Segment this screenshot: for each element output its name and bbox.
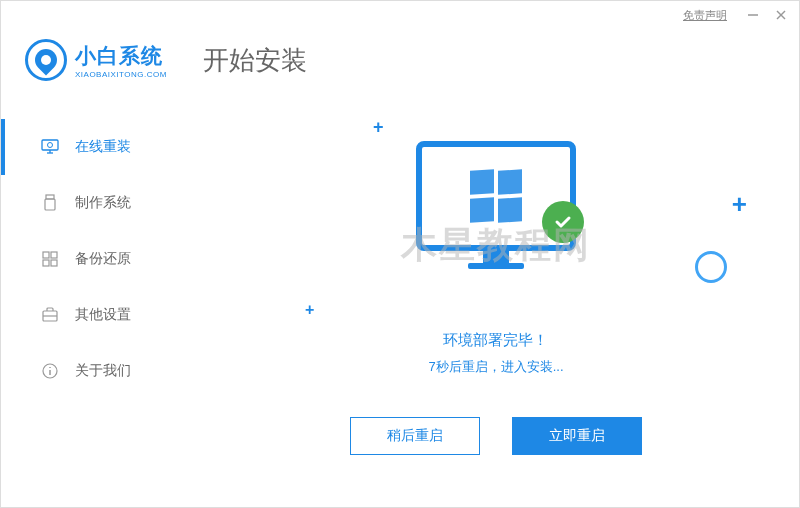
status-block: 环境部署完毕！ 7秒后重启，进入安装... <box>428 331 563 376</box>
titlebar: 免责声明 <box>1 1 799 29</box>
svg-rect-11 <box>43 260 49 266</box>
page-title: 开始安装 <box>203 43 307 78</box>
plus-decoration-icon: + <box>373 117 384 138</box>
usb-icon <box>41 194 59 212</box>
minimize-button[interactable] <box>743 5 763 25</box>
logo-subtitle: XIAOBAIXITONG.COM <box>75 70 167 79</box>
sidebar-item-settings[interactable]: 其他设置 <box>1 287 193 343</box>
sidebar: 在线重装 制作系统 备份还原 其他设置 <box>1 101 193 507</box>
sidebar-item-label: 在线重装 <box>75 138 131 156</box>
sidebar-item-label: 备份还原 <box>75 250 131 268</box>
sidebar-item-backup[interactable]: 备份还原 <box>1 231 193 287</box>
sidebar-item-reinstall[interactable]: 在线重装 <box>1 119 193 175</box>
grid-icon <box>41 250 59 268</box>
svg-rect-10 <box>51 252 57 258</box>
close-button[interactable] <box>771 5 791 25</box>
main-content: + + + 木星教程网 <box>193 101 799 507</box>
status-countdown: 7秒后重启，进入安装... <box>428 358 563 376</box>
sidebar-item-label: 其他设置 <box>75 306 131 324</box>
sidebar-item-make-system[interactable]: 制作系统 <box>1 175 193 231</box>
logo: 小白系统 XIAOBAIXITONG.COM <box>25 39 167 81</box>
status-text: 环境部署完毕！ <box>428 331 563 350</box>
app-window: 免责声明 小白系统 XIAOBAIXITONG.COM 开始安装 在线重装 <box>0 0 800 508</box>
windows-flag-icon <box>470 170 522 222</box>
logo-title: 小白系统 <box>75 42 167 70</box>
svg-rect-9 <box>43 252 49 258</box>
svg-rect-12 <box>51 260 57 266</box>
restart-later-button[interactable]: 稍后重启 <box>350 417 480 455</box>
monitor-reinstall-icon <box>41 138 59 156</box>
body: 在线重装 制作系统 备份还原 其他设置 <box>1 101 799 507</box>
info-icon <box>41 362 59 380</box>
minimize-icon <box>747 9 759 21</box>
close-icon <box>775 9 787 21</box>
sidebar-item-about[interactable]: 关于我们 <box>1 343 193 399</box>
disclaimer-link[interactable]: 免责声明 <box>683 8 727 23</box>
header: 小白系统 XIAOBAIXITONG.COM 开始安装 <box>1 29 799 101</box>
svg-point-6 <box>48 143 53 148</box>
plus-decoration-icon: + <box>305 301 314 319</box>
sidebar-item-label: 关于我们 <box>75 362 131 380</box>
success-check-icon <box>542 201 584 243</box>
monitor-illustration <box>406 141 586 281</box>
button-row: 稍后重启 立即重启 <box>350 417 642 455</box>
briefcase-icon <box>41 306 59 324</box>
sidebar-item-label: 制作系统 <box>75 194 131 212</box>
svg-rect-8 <box>45 199 55 210</box>
plus-decoration-icon: + <box>732 189 747 220</box>
restart-now-button[interactable]: 立即重启 <box>512 417 642 455</box>
circle-decoration-icon <box>695 251 727 283</box>
logo-icon <box>25 39 67 81</box>
svg-rect-3 <box>42 140 58 150</box>
svg-rect-7 <box>46 195 54 199</box>
